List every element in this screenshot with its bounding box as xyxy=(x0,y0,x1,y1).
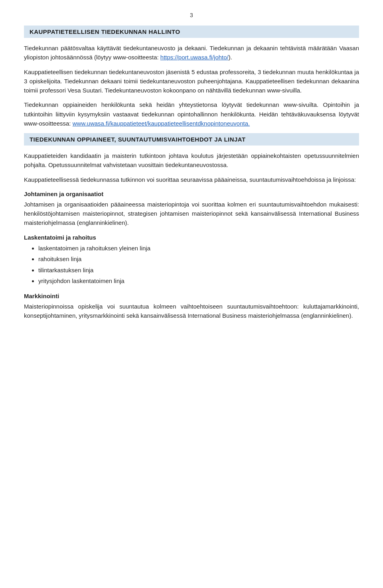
subject-johtaminen: Johtaminen ja organisaatiot Johtamisen j… xyxy=(24,191,359,228)
paragraph-1-text: Tiedekunnan päätösvaltaa käyttävät tiede… xyxy=(24,45,359,61)
subject-markkinointi: Markkinointi Maisteriopinnoissa opiskeli… xyxy=(24,293,359,321)
heading-johtaminen: Johtaminen ja organisaatiot xyxy=(24,191,359,197)
paragraph-markkinointi: Maisteriopinnoissa opiskelija voi suunta… xyxy=(24,302,359,321)
list-item: rahoituksen linja xyxy=(38,254,359,264)
heading-laskentatoimi: Laskentatoimi ja rahoitus xyxy=(24,234,359,241)
paragraph-johtaminen: Johtamisen ja organisaatioiden pääainees… xyxy=(24,200,359,228)
paragraph-2-text: Kauppatieteellisen tiedekunnan tiedekunt… xyxy=(24,69,359,94)
paragraph-1: Tiedekunnan päätösvaltaa käyttävät tiede… xyxy=(24,43,359,62)
paragraph-intro1: Kauppatieteiden kandidaatin ja maisterin… xyxy=(24,151,359,170)
paragraph-3-text: Tiedekunnan oppiaineiden henkilökunta se… xyxy=(24,101,359,127)
subject-laskentatoimi: Laskentatoimi ja rahoitus laskentatoimen… xyxy=(24,234,359,286)
list-item: yritysjohdon laskentatoimen linja xyxy=(38,276,359,286)
heading-markkinointi: Markkinointi xyxy=(24,293,359,299)
paragraph-3: Tiedekunnan oppiaineiden henkilökunta se… xyxy=(24,100,359,128)
page: 3 KAUPPATIETEELLISEN TIEDEKUNNAN HALLINT… xyxy=(0,0,383,588)
section-header-hallinto: KAUPPATIETEELLISEN TIEDEKUNNAN HALLINTO xyxy=(24,26,359,38)
link-opintoneuvonta[interactable]: www.uwasa.fi/kauppatieteet/kauppatieteel… xyxy=(73,120,250,127)
page-number: 3 xyxy=(24,12,359,18)
list-item: laskentatoimen ja rahoituksen yleinen li… xyxy=(38,243,359,254)
bullet-list-laskentatoimi: laskentatoimen ja rahoituksen yleinen li… xyxy=(38,243,359,286)
section-header-oppiaineet: TIEDEKUNNAN OPPIAINEET, SUUNTAUTUMISVAIH… xyxy=(24,133,359,146)
paragraph-2: Kauppatieteellisen tiedekunnan tiedekunt… xyxy=(24,67,359,95)
link-johto[interactable]: https://port.uwasa.fi/johto/ xyxy=(160,54,229,61)
paragraph-intro2: Kauppatieteellisessä tiedekunnassa tutki… xyxy=(24,175,359,184)
list-item: tilintarkastuksen linja xyxy=(38,265,359,275)
